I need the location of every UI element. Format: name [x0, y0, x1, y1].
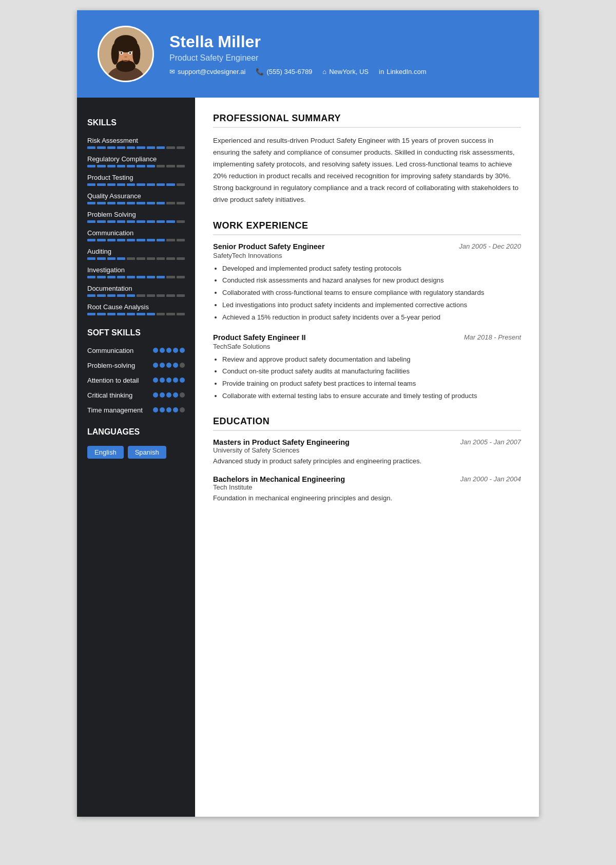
skill-bar-segment	[87, 313, 95, 315]
dot	[173, 348, 178, 353]
job-bullet: Achieved a 15% reduction in product safe…	[222, 312, 521, 323]
dots	[153, 407, 185, 412]
skill-bar-segment	[127, 239, 135, 241]
soft-skill-name: Critical thinking	[87, 391, 149, 400]
email-icon: ✉	[169, 68, 175, 76]
skill-bar-segment	[107, 165, 116, 167]
skill-bar-segment	[127, 294, 135, 297]
skill-bar-segment	[97, 146, 105, 149]
dot	[153, 363, 158, 368]
skill-bar-segment	[157, 183, 165, 186]
job-bullet: Provide training on product safety best …	[222, 379, 521, 389]
edu-school: University of Safety Sciences	[213, 446, 521, 454]
skill-bar-segment	[177, 146, 185, 149]
soft-skill-item: Critical thinking	[87, 391, 185, 400]
skill-bar-segment	[177, 257, 185, 260]
skill-bar-segment	[166, 165, 175, 167]
dots	[153, 348, 185, 353]
skill-bar-segment	[137, 239, 145, 241]
contact-phone: 📞 (555) 345-6789	[256, 68, 312, 76]
skill-bar-segment	[117, 294, 125, 297]
dot	[160, 348, 165, 353]
skill-item: Communication	[87, 229, 185, 241]
jobs-list: Senior Product Safety EngineerJan 2005 -…	[213, 242, 521, 402]
skill-bar-segment	[147, 183, 155, 186]
dot	[173, 378, 178, 383]
job-bullet: Developed and implemented product safety…	[222, 264, 521, 274]
job-title: Senior Product Safety Engineer	[213, 242, 325, 251]
skill-bar-segment	[166, 239, 175, 241]
skill-bar-segment	[177, 220, 185, 223]
skill-bar-segment	[97, 257, 105, 260]
skill-bar-segment	[177, 313, 185, 315]
job-bullet: Review and approve product safety docume…	[222, 354, 521, 365]
skill-bar-segment	[147, 220, 155, 223]
skill-bar-segment	[127, 165, 135, 167]
skill-bar-segment	[147, 165, 155, 167]
skill-bar-segment	[97, 183, 105, 186]
skill-bar-segment	[117, 183, 125, 186]
soft-skills-section: SOFT SKILLS CommunicationProblem-solving…	[87, 328, 185, 415]
edu-degree: Masters in Product Safety Engineering	[213, 438, 350, 446]
skill-bar-segment	[127, 183, 135, 186]
job-bullet: Conducted risk assessments and hazard an…	[222, 275, 521, 286]
skill-bar-segment	[97, 313, 105, 315]
language-tag: English	[87, 446, 124, 459]
svg-point-11	[129, 52, 131, 54]
job-header: Product Safety Engineer IIMar 2018 - Pre…	[213, 333, 521, 342]
skill-bar-segment	[137, 257, 145, 260]
main-content: PROFESSIONAL SUMMARY Experienced and res…	[195, 98, 539, 817]
dot	[160, 392, 165, 398]
job-bullet: Collaborated with cross-functional teams…	[222, 288, 521, 298]
phone-value: (555) 345-6789	[266, 68, 312, 76]
dot	[180, 378, 185, 383]
dots	[153, 392, 185, 398]
skill-bar-segment	[147, 276, 155, 278]
skill-item: Documentation	[87, 285, 185, 297]
skill-bar-segment	[137, 146, 145, 149]
skill-bar-segment	[107, 257, 116, 260]
edu-degree: Bachelors in Mechanical Engineering	[213, 475, 345, 483]
skill-bar-segment	[117, 276, 125, 278]
skill-bar-segment	[107, 276, 116, 278]
job-entry: Senior Product Safety EngineerJan 2005 -…	[213, 242, 521, 323]
sidebar: SKILLS Risk AssessmentRegulatory Complia…	[77, 98, 195, 817]
header-info: Stella Miller Product Safety Engineer ✉ …	[169, 32, 518, 76]
svg-point-5	[111, 43, 119, 65]
skill-bar-segment	[87, 183, 95, 186]
languages-section: LANGUAGES EnglishSpanish	[87, 427, 185, 459]
skill-bar-segment	[117, 165, 125, 167]
dot	[180, 407, 185, 412]
skill-name: Problem Solving	[87, 211, 185, 218]
skill-bar-segment	[147, 294, 155, 297]
languages-title: LANGUAGES	[87, 427, 185, 437]
skill-bar-segment	[177, 239, 185, 241]
job-entry: Product Safety Engineer IIMar 2018 - Pre…	[213, 333, 521, 402]
skill-bar-segment	[87, 220, 95, 223]
skill-bar-segment	[87, 257, 95, 260]
location-value: NewYork, US	[329, 68, 369, 76]
skill-bar-segment	[157, 276, 165, 278]
skill-bar-segment	[127, 220, 135, 223]
edu-header: Masters in Product Safety EngineeringJan…	[213, 438, 521, 446]
skill-bar	[87, 276, 185, 278]
skill-name: Regulatory Compliance	[87, 155, 185, 163]
soft-skill-item: Attention to detail	[87, 377, 185, 385]
skill-bar-segment	[137, 183, 145, 186]
skill-bar	[87, 313, 185, 315]
skill-bar-segment	[127, 202, 135, 204]
edu-dates: Jan 2005 - Jan 2007	[460, 438, 521, 446]
job-bullets: Review and approve product safety docume…	[213, 354, 521, 402]
skill-bar-segment	[157, 165, 165, 167]
skill-bar-segment	[137, 220, 145, 223]
skill-bar-segment	[137, 294, 145, 297]
dot	[153, 407, 158, 412]
skill-name: Product Testing	[87, 174, 185, 181]
skill-bar	[87, 257, 185, 260]
skill-bar-segment	[127, 313, 135, 315]
skill-bar-segment	[177, 276, 185, 278]
job-bullets: Developed and implemented product safety…	[213, 264, 521, 323]
edu-desc: Foundation in mechanical engineering pri…	[213, 493, 521, 504]
skill-item: Auditing	[87, 248, 185, 260]
job-dates: Mar 2018 - Present	[464, 333, 521, 341]
